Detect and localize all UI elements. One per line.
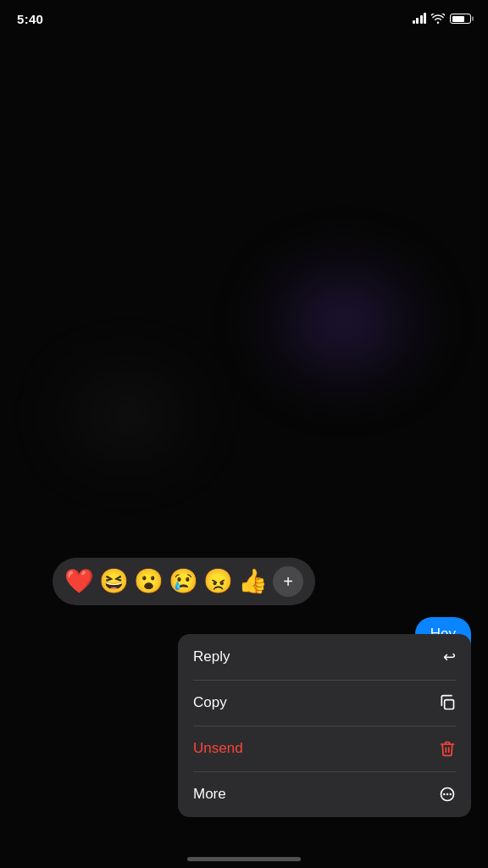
- more-icon: [439, 786, 456, 803]
- svg-point-4: [450, 793, 452, 796]
- status-time: 5:40: [17, 12, 43, 26]
- copy-icon: [439, 694, 456, 711]
- reaction-plus-button[interactable]: +: [273, 566, 303, 597]
- svg-point-3: [446, 793, 449, 796]
- menu-item-reply[interactable]: Reply ↩: [178, 634, 471, 680]
- reaction-surprised[interactable]: 😮: [134, 570, 164, 593]
- reaction-angry[interactable]: 😠: [203, 570, 233, 593]
- menu-label-unsend: Unsend: [193, 740, 243, 757]
- menu-label-more: More: [193, 786, 226, 803]
- signal-icon: [413, 14, 427, 24]
- reaction-bar: ❤️ 😆 😮 😢 😠 👍 +: [53, 558, 315, 605]
- plus-icon: +: [283, 573, 293, 590]
- context-menu: Reply ↩ Copy Unsend More: [178, 634, 471, 817]
- reaction-thumbsup[interactable]: 👍: [238, 570, 268, 593]
- status-bar: 5:40: [0, 0, 488, 37]
- menu-label-reply: Reply: [193, 648, 230, 665]
- menu-item-unsend[interactable]: Unsend: [178, 726, 471, 771]
- reply-icon: ↩: [443, 648, 456, 666]
- wifi-icon: [431, 14, 445, 24]
- svg-rect-0: [445, 700, 454, 709]
- trash-icon: [439, 740, 456, 757]
- reaction-heart[interactable]: ❤️: [64, 570, 94, 593]
- home-indicator: [187, 857, 301, 861]
- reaction-crying[interactable]: 😢: [169, 570, 198, 593]
- menu-label-copy: Copy: [193, 694, 227, 711]
- menu-item-copy[interactable]: Copy: [178, 680, 471, 726]
- status-icons: [413, 14, 472, 24]
- reaction-laughing[interactable]: 😆: [99, 570, 129, 593]
- menu-item-more[interactable]: More: [178, 771, 471, 817]
- svg-point-2: [443, 793, 446, 796]
- battery-icon: [450, 14, 471, 24]
